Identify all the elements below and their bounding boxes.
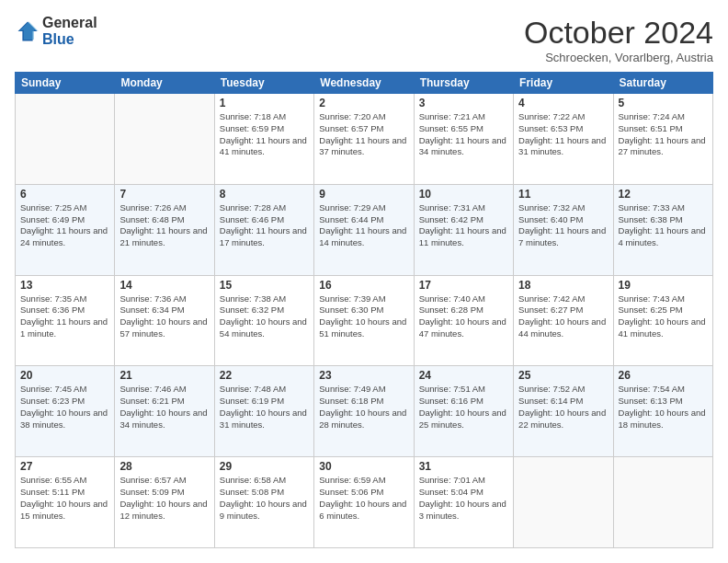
day-info: Sunrise: 6:58 AMSunset: 5:08 PMDaylight:… <box>220 475 309 522</box>
day-number: 17 <box>419 279 508 292</box>
calendar-title-area: October 2024 Schroecken, Vorarlberg, Aus… <box>524 15 713 64</box>
day-info: Sunrise: 7:54 AMSunset: 6:13 PMDaylight:… <box>619 384 708 431</box>
day-number: 23 <box>319 369 408 382</box>
day-number: 26 <box>619 369 708 382</box>
table-row: 12Sunrise: 7:33 AMSunset: 6:38 PMDayligh… <box>613 184 712 275</box>
day-info: Sunrise: 7:39 AMSunset: 6:30 PMDaylight:… <box>319 293 408 340</box>
table-row <box>514 457 613 548</box>
table-row: 25Sunrise: 7:52 AMSunset: 6:14 PMDayligh… <box>514 366 613 457</box>
table-row: 29Sunrise: 6:58 AMSunset: 5:08 PMDayligh… <box>214 457 313 548</box>
table-row: 20Sunrise: 7:45 AMSunset: 6:23 PMDayligh… <box>16 366 115 457</box>
day-number: 28 <box>119 460 209 473</box>
table-row: 22Sunrise: 7:48 AMSunset: 6:19 PMDayligh… <box>214 366 313 457</box>
table-row <box>16 94 115 185</box>
day-info: Sunrise: 7:42 AMSunset: 6:27 PMDaylight:… <box>518 293 608 340</box>
table-row: 3Sunrise: 7:21 AMSunset: 6:55 PMDaylight… <box>414 94 513 185</box>
day-info: Sunrise: 7:29 AMSunset: 6:44 PMDaylight:… <box>319 202 408 249</box>
day-info: Sunrise: 7:51 AMSunset: 6:16 PMDaylight:… <box>419 384 508 431</box>
day-info: Sunrise: 7:33 AMSunset: 6:38 PMDaylight:… <box>619 202 708 249</box>
table-row: 27Sunrise: 6:55 AMSunset: 5:11 PMDayligh… <box>16 457 115 548</box>
table-row: 30Sunrise: 6:59 AMSunset: 5:06 PMDayligh… <box>314 457 414 548</box>
day-number: 8 <box>220 188 309 201</box>
table-row: 24Sunrise: 7:51 AMSunset: 6:16 PMDayligh… <box>414 366 513 457</box>
table-row: 4Sunrise: 7:22 AMSunset: 6:53 PMDaylight… <box>514 94 613 185</box>
table-row: 2Sunrise: 7:20 AMSunset: 6:57 PMDaylight… <box>314 94 414 185</box>
day-number: 21 <box>119 369 209 382</box>
table-row: 17Sunrise: 7:40 AMSunset: 6:28 PMDayligh… <box>414 275 513 366</box>
calendar-week-row: 6Sunrise: 7:25 AMSunset: 6:49 PMDaylight… <box>16 184 713 275</box>
header-wednesday: Wednesday <box>314 73 414 94</box>
calendar-week-row: 20Sunrise: 7:45 AMSunset: 6:23 PMDayligh… <box>16 366 713 457</box>
day-info: Sunrise: 7:36 AMSunset: 6:34 PMDaylight:… <box>119 293 209 340</box>
day-number: 29 <box>220 460 309 473</box>
table-row <box>115 94 214 185</box>
header-tuesday: Tuesday <box>214 73 313 94</box>
day-info: Sunrise: 7:01 AMSunset: 5:04 PMDaylight:… <box>419 475 508 522</box>
table-row: 14Sunrise: 7:36 AMSunset: 6:34 PMDayligh… <box>115 275 214 366</box>
day-info: Sunrise: 7:46 AMSunset: 6:21 PMDaylight:… <box>119 384 209 431</box>
calendar-week-row: 1Sunrise: 7:18 AMSunset: 6:59 PMDaylight… <box>16 94 713 185</box>
logo-icon <box>15 18 40 44</box>
calendar-week-row: 27Sunrise: 6:55 AMSunset: 5:11 PMDayligh… <box>16 457 713 548</box>
day-info: Sunrise: 7:43 AMSunset: 6:25 PMDaylight:… <box>619 293 708 340</box>
day-number: 1 <box>220 97 309 109</box>
day-number: 16 <box>319 279 408 292</box>
header-sunday: Sunday <box>16 73 115 94</box>
day-number: 22 <box>220 369 309 382</box>
table-row: 26Sunrise: 7:54 AMSunset: 6:13 PMDayligh… <box>613 366 712 457</box>
day-number: 30 <box>319 460 408 473</box>
logo-blue-text: Blue <box>42 31 74 47</box>
day-number: 7 <box>119 188 209 201</box>
day-number: 2 <box>319 97 408 109</box>
table-row: 28Sunrise: 6:57 AMSunset: 5:09 PMDayligh… <box>115 457 214 548</box>
table-row: 13Sunrise: 7:35 AMSunset: 6:36 PMDayligh… <box>16 275 115 366</box>
day-info: Sunrise: 7:18 AMSunset: 6:59 PMDaylight:… <box>220 111 309 158</box>
day-number: 5 <box>619 97 708 109</box>
day-info: Sunrise: 7:32 AMSunset: 6:40 PMDaylight:… <box>518 202 608 249</box>
day-info: Sunrise: 6:57 AMSunset: 5:09 PMDaylight:… <box>119 475 209 522</box>
day-info: Sunrise: 7:45 AMSunset: 6:23 PMDaylight:… <box>20 384 109 431</box>
table-row: 23Sunrise: 7:49 AMSunset: 6:18 PMDayligh… <box>314 366 414 457</box>
table-row: 15Sunrise: 7:38 AMSunset: 6:32 PMDayligh… <box>214 275 313 366</box>
table-row: 5Sunrise: 7:24 AMSunset: 6:51 PMDaylight… <box>613 94 712 185</box>
table-row: 8Sunrise: 7:28 AMSunset: 6:46 PMDaylight… <box>214 184 313 275</box>
table-row: 9Sunrise: 7:29 AMSunset: 6:44 PMDaylight… <box>314 184 414 275</box>
day-number: 3 <box>419 97 508 109</box>
day-info: Sunrise: 7:22 AMSunset: 6:53 PMDaylight:… <box>518 111 608 158</box>
table-row: 31Sunrise: 7:01 AMSunset: 5:04 PMDayligh… <box>414 457 513 548</box>
day-number: 18 <box>518 279 608 292</box>
table-row: 19Sunrise: 7:43 AMSunset: 6:25 PMDayligh… <box>613 275 712 366</box>
table-row: 11Sunrise: 7:32 AMSunset: 6:40 PMDayligh… <box>514 184 613 275</box>
day-number: 24 <box>419 369 508 382</box>
day-info: Sunrise: 7:24 AMSunset: 6:51 PMDaylight:… <box>619 111 708 158</box>
header-thursday: Thursday <box>414 73 513 94</box>
day-number: 12 <box>619 188 708 201</box>
day-info: Sunrise: 6:59 AMSunset: 5:06 PMDaylight:… <box>319 475 408 522</box>
day-number: 4 <box>518 97 608 109</box>
header-monday: Monday <box>115 73 214 94</box>
day-number: 20 <box>20 369 109 382</box>
weekday-header-row: Sunday Monday Tuesday Wednesday Thursday… <box>16 73 713 94</box>
day-info: Sunrise: 7:26 AMSunset: 6:48 PMDaylight:… <box>119 202 209 249</box>
day-number: 14 <box>119 279 209 292</box>
day-number: 25 <box>518 369 608 382</box>
day-info: Sunrise: 7:20 AMSunset: 6:57 PMDaylight:… <box>319 111 408 158</box>
table-row: 10Sunrise: 7:31 AMSunset: 6:42 PMDayligh… <box>414 184 513 275</box>
day-info: Sunrise: 7:49 AMSunset: 6:18 PMDaylight:… <box>319 384 408 431</box>
calendar-table: Sunday Monday Tuesday Wednesday Thursday… <box>15 72 713 548</box>
calendar-location: Schroecken, Vorarlberg, Austria <box>524 51 713 64</box>
table-row <box>613 457 712 548</box>
header-friday: Friday <box>514 73 613 94</box>
day-number: 10 <box>419 188 508 201</box>
day-info: Sunrise: 7:38 AMSunset: 6:32 PMDaylight:… <box>220 293 309 340</box>
day-number: 6 <box>20 188 109 201</box>
table-row: 18Sunrise: 7:42 AMSunset: 6:27 PMDayligh… <box>514 275 613 366</box>
day-number: 9 <box>319 188 408 201</box>
day-info: Sunrise: 7:28 AMSunset: 6:46 PMDaylight:… <box>220 202 309 249</box>
logo: General Blue <box>15 15 97 48</box>
day-info: Sunrise: 7:52 AMSunset: 6:14 PMDaylight:… <box>518 384 608 431</box>
header-saturday: Saturday <box>613 73 712 94</box>
day-info: Sunrise: 7:21 AMSunset: 6:55 PMDaylight:… <box>419 111 508 158</box>
day-info: Sunrise: 7:48 AMSunset: 6:19 PMDaylight:… <box>220 384 309 431</box>
day-info: Sunrise: 7:40 AMSunset: 6:28 PMDaylight:… <box>419 293 508 340</box>
